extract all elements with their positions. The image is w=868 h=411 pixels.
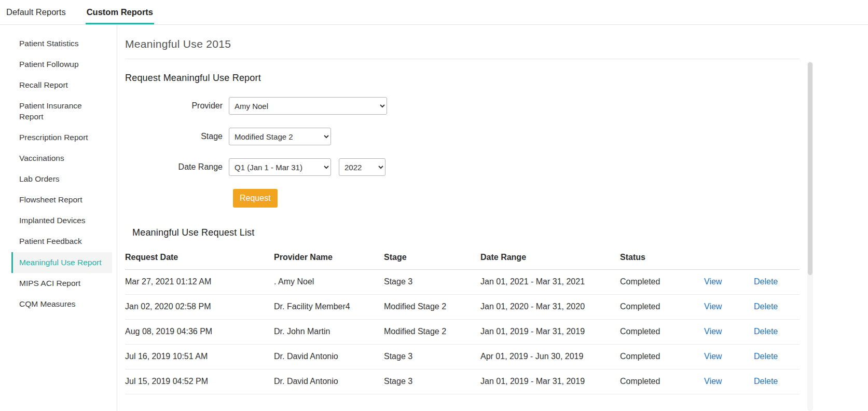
vertical-scrollbar-thumb[interactable] xyxy=(808,62,812,275)
sidebar-item-implanted-devices[interactable]: Implanted Devices xyxy=(11,210,112,231)
sidebar-item-patient-feedback[interactable]: Patient Feedback xyxy=(11,231,112,252)
delete-link[interactable]: Delete xyxy=(754,302,778,311)
provider-name-cell: Dr. David Antonio xyxy=(274,345,384,369)
tab-custom-reports[interactable]: Custom Reports xyxy=(86,2,154,24)
request-date-cell: Jan 02, 2020 02:58 PM xyxy=(125,295,274,320)
date-range-select[interactable]: Q1 (Jan 1 - Mar 31) xyxy=(229,158,331,176)
col-delete xyxy=(754,246,800,270)
sidebar-item-patient-statistics[interactable]: Patient Statistics xyxy=(11,33,112,54)
provider-select[interactable]: Amy Noel xyxy=(229,97,387,115)
provider-name-cell: Dr. John Martin xyxy=(274,320,384,345)
sidebar: Patient Statistics Patient Followup Reca… xyxy=(0,25,117,411)
table-header-row: Request Date Provider Name Stage Date Ra… xyxy=(125,246,800,270)
date-range-label: Date Range xyxy=(125,162,223,172)
delete-link[interactable]: Delete xyxy=(754,352,778,361)
sidebar-item-prescription-report[interactable]: Prescription Report xyxy=(11,127,112,148)
col-stage: Stage xyxy=(384,246,480,270)
sidebar-item-cqm-measures[interactable]: CQM Measures xyxy=(11,294,112,314)
stage-cell: Stage 3 xyxy=(384,345,480,369)
page-title: Meaningful Use 2015 xyxy=(125,25,800,59)
date-range-cell: Apr 01, 2019 - Jun 30, 2019 xyxy=(480,345,620,369)
sidebar-item-mips-aci-report[interactable]: MIPS ACI Report xyxy=(11,273,112,294)
col-provider-name: Provider Name xyxy=(274,246,384,270)
date-range-cell: Jan 01, 2021 - Mar 31, 2021 xyxy=(480,270,620,295)
view-link[interactable]: View xyxy=(704,277,722,286)
status-badge: Completed xyxy=(620,369,704,394)
col-status: Status xyxy=(620,246,704,270)
view-link[interactable]: View xyxy=(704,302,722,311)
date-range-cell: Jan 01, 2019 - Mar 31, 2019 xyxy=(480,369,620,394)
delete-link[interactable]: Delete xyxy=(754,327,778,336)
request-date-cell: Mar 27, 2021 01:12 AM xyxy=(125,270,274,295)
table-row: Mar 27, 2021 01:12 AM . Amy Noel Stage 3… xyxy=(125,270,800,295)
sidebar-item-vaccinations[interactable]: Vaccinations xyxy=(11,148,112,169)
table-row: Jul 15, 2019 04:52 PM Dr. David Antonio … xyxy=(125,369,800,394)
stage-cell: Stage 3 xyxy=(384,270,480,295)
stage-row: Stage Modified Stage 2 xyxy=(125,128,800,145)
vertical-scrollbar-track[interactable] xyxy=(807,61,813,411)
main-content: Meaningful Use 2015 Request Meaningful U… xyxy=(118,25,868,411)
status-badge: Completed xyxy=(620,270,704,295)
sidebar-item-patient-followup[interactable]: Patient Followup xyxy=(11,54,112,75)
stage-cell: Modified Stage 2 xyxy=(384,320,480,345)
request-list-heading: Meaningful Use Request List xyxy=(132,227,800,238)
date-range-cell: Jan 01, 2019 - Mar 31, 2019 xyxy=(480,320,620,345)
tab-default-reports[interactable]: Default Reports xyxy=(5,2,67,24)
status-badge: Completed xyxy=(620,345,704,369)
col-date-range: Date Range xyxy=(480,246,620,270)
view-link[interactable]: View xyxy=(704,377,722,386)
delete-link[interactable]: Delete xyxy=(754,277,778,286)
stage-select[interactable]: Modified Stage 2 xyxy=(229,128,331,145)
stage-cell: Modified Stage 2 xyxy=(384,295,480,320)
request-button[interactable]: Request xyxy=(233,189,278,208)
provider-label: Provider xyxy=(125,101,223,111)
year-select[interactable]: 2022 xyxy=(339,158,385,176)
provider-row: Provider Amy Noel xyxy=(125,97,800,115)
table-row: Aug 08, 2019 04:36 PM Dr. John Martin Mo… xyxy=(125,320,800,345)
request-date-cell: Aug 08, 2019 04:36 PM xyxy=(125,320,274,345)
request-date-cell: Jul 15, 2019 04:52 PM xyxy=(125,369,274,394)
sidebar-item-meaningful-use-report[interactable]: Meaningful Use Report xyxy=(11,252,112,273)
status-badge: Completed xyxy=(620,320,704,345)
status-badge: Completed xyxy=(620,295,704,320)
table-row: Jul 16, 2019 10:51 AM Dr. David Antonio … xyxy=(125,345,800,369)
stage-cell: Stage 3 xyxy=(384,369,480,394)
top-tab-bar: Default Reports Custom Reports xyxy=(0,0,868,25)
view-link[interactable]: View xyxy=(704,327,722,336)
request-date-cell: Jul 16, 2019 10:51 AM xyxy=(125,345,274,369)
provider-name-cell: Dr. Facility Member4 xyxy=(274,295,384,320)
col-request-date: Request Date xyxy=(125,246,274,270)
provider-name-cell: . Amy Noel xyxy=(274,270,384,295)
request-form-heading: Request Meaningful Use Report xyxy=(125,73,800,84)
date-range-row: Date Range Q1 (Jan 1 - Mar 31) 2022 xyxy=(125,158,800,176)
col-view xyxy=(704,246,754,270)
table-row: Jan 02, 2020 02:58 PM Dr. Facility Membe… xyxy=(125,295,800,320)
sidebar-item-flowsheet-report[interactable]: Flowsheet Report xyxy=(11,189,112,210)
view-link[interactable]: View xyxy=(704,352,722,361)
provider-name-cell: Dr. David Antonio xyxy=(274,369,384,394)
sidebar-item-recall-report[interactable]: Recall Report xyxy=(11,75,112,95)
delete-link[interactable]: Delete xyxy=(754,377,778,386)
date-range-cell: Jan 01, 2020 - Mar 31, 2020 xyxy=(480,295,620,320)
sidebar-item-patient-insurance-report[interactable]: Patient Insurance Report xyxy=(11,95,112,127)
sidebar-item-lab-orders[interactable]: Lab Orders xyxy=(11,169,112,189)
request-form: Provider Amy Noel Stage Modified Stage 2… xyxy=(125,97,800,208)
request-list-table: Request Date Provider Name Stage Date Ra… xyxy=(125,246,800,394)
stage-label: Stage xyxy=(125,132,223,141)
